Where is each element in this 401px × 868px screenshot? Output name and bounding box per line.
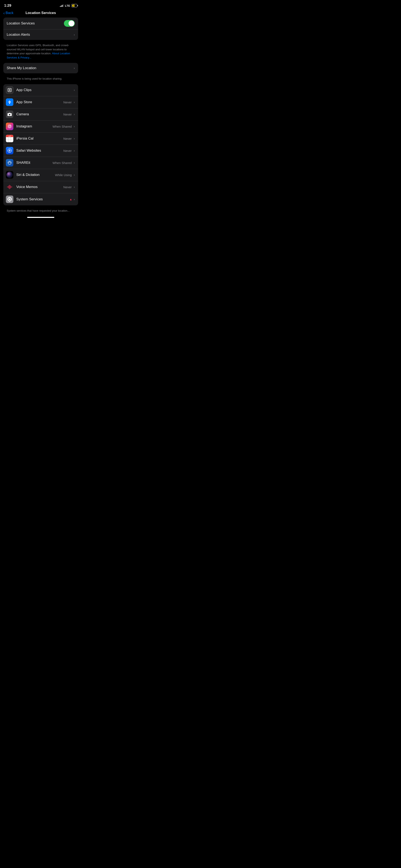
share-location-right: › xyxy=(74,66,75,70)
camera-icon xyxy=(6,111,13,118)
appstore-status: Never xyxy=(63,100,72,104)
instagram-status: When Shared xyxy=(53,125,72,128)
shareit-right: When Shared › xyxy=(53,161,75,165)
svg-rect-2 xyxy=(9,102,10,104)
svg-point-14 xyxy=(10,162,11,163)
svg-rect-0 xyxy=(8,88,11,92)
shareit-svg-icon xyxy=(7,160,12,165)
voicememos-chevron-icon: › xyxy=(74,185,75,189)
appclips-icon xyxy=(6,86,13,94)
camera-status: Never xyxy=(63,113,72,116)
battery-icon: 69 xyxy=(71,4,77,7)
siri-chevron-icon: › xyxy=(74,173,75,177)
app-name-ipersia: iPersia Cal xyxy=(16,136,60,141)
ipersia-status: Never xyxy=(63,137,72,141)
share-location-caption-text: This iPhone is being used for location s… xyxy=(7,77,62,80)
appclips-chevron-icon: › xyxy=(74,88,75,92)
voicememos-icon xyxy=(6,183,13,191)
location-alerts-chevron-icon: › xyxy=(74,33,75,36)
siri-ball xyxy=(6,172,13,178)
app-row-instagram[interactable]: Instagram When Shared › xyxy=(3,121,78,133)
safari-svg-icon xyxy=(7,148,12,153)
share-location-chevron-icon: › xyxy=(74,66,75,70)
app-row-voicememos[interactable]: Voice Memos Never › xyxy=(3,181,78,193)
page-title: Location Services xyxy=(26,11,56,15)
appclips-svg-icon xyxy=(7,88,12,92)
camera-right: Never › xyxy=(63,113,75,116)
battery-group: 69 xyxy=(71,4,77,7)
app-name-voicememos: Voice Memos xyxy=(16,185,60,189)
instagram-svg-icon xyxy=(7,124,12,128)
signal-bar-4 xyxy=(63,4,64,7)
app-row-appstore[interactable]: App Store Never › xyxy=(3,96,78,108)
app-row-camera[interactable]: Camera Never › xyxy=(3,108,78,121)
share-my-location-row[interactable]: Share My Location › xyxy=(3,63,78,73)
svg-point-1 xyxy=(9,89,10,91)
svg-line-17 xyxy=(10,162,10,162)
safari-icon xyxy=(6,147,13,154)
ipersia-top-bar: اردو xyxy=(6,135,13,137)
home-indicator xyxy=(27,217,54,218)
back-chevron-icon: ‹ xyxy=(3,11,5,15)
svg-line-16 xyxy=(9,162,9,162)
appclips-right: › xyxy=(74,88,75,92)
signal-bar-2 xyxy=(61,5,62,7)
appstore-chevron-icon: › xyxy=(74,100,75,104)
location-services-card: Location Services Location Alerts › xyxy=(3,18,78,40)
signal-bars-icon xyxy=(60,4,64,7)
location-pin-icon: ▴ xyxy=(70,197,72,201)
systemservices-svg-icon xyxy=(7,197,12,202)
app-name-camera: Camera xyxy=(16,112,60,116)
app-name-systemservices: System Services xyxy=(16,197,67,202)
app-name-shareit: SHAREit xyxy=(16,161,50,165)
share-my-location-label: Share My Location xyxy=(7,66,36,70)
voicememos-right: Never › xyxy=(63,185,75,189)
share-my-location-card: Share My Location › xyxy=(3,63,78,73)
systemservices-right: ▴ › xyxy=(70,197,75,201)
app-row-ipersia[interactable]: اردو iPersia Cal Never › xyxy=(3,133,78,145)
app-name-instagram: Instagram xyxy=(16,124,50,128)
systemservices-chevron-icon: › xyxy=(74,197,75,201)
location-services-toggle[interactable] xyxy=(64,20,75,27)
app-row-shareit[interactable]: SHAREit When Shared › xyxy=(3,157,78,169)
location-alerts-label: Location Alerts xyxy=(7,33,30,37)
battery-percent: 69 xyxy=(73,5,75,7)
location-services-label: Location Services xyxy=(7,21,35,26)
safari-status: Never xyxy=(63,149,72,153)
app-row-systemservices[interactable]: System Services ▴ › xyxy=(3,193,78,205)
app-row-safari[interactable]: Safari Websites Never › xyxy=(3,145,78,157)
instagram-chevron-icon: › xyxy=(74,125,75,128)
toggle-knob xyxy=(68,21,74,26)
siri-icon xyxy=(6,171,13,179)
siri-right: While Using › xyxy=(55,173,75,177)
svg-point-6 xyxy=(10,125,11,126)
appstore-right: Never › xyxy=(63,100,75,104)
voicememos-svg-icon xyxy=(7,184,12,190)
svg-point-3 xyxy=(9,114,10,115)
ipersia-icon: اردو xyxy=(6,135,13,142)
camera-svg-icon xyxy=(7,113,12,116)
safari-chevron-icon: › xyxy=(74,149,75,152)
status-time: 1:29 xyxy=(4,4,11,8)
back-button[interactable]: ‹ Back xyxy=(3,11,13,15)
app-row-appclips[interactable]: App Clips › xyxy=(3,84,78,96)
app-row-siri[interactable]: Siri & Dictation While Using › xyxy=(3,169,78,181)
location-alerts-row[interactable]: Location Alerts › xyxy=(3,29,78,40)
location-services-row[interactable]: Location Services xyxy=(3,18,78,29)
app-list-card: App Clips › App Store Never › xyxy=(3,84,78,205)
ipersia-chevron-icon: › xyxy=(74,137,75,140)
app-name-safari: Safari Websites xyxy=(16,149,60,153)
location-alerts-right: › xyxy=(74,33,75,36)
shareit-icon xyxy=(6,159,13,166)
lte-label: LTE xyxy=(65,4,70,7)
ipersia-grid xyxy=(6,137,13,142)
siri-glow xyxy=(7,172,10,175)
share-location-caption: This iPhone is being used for location s… xyxy=(3,75,78,84)
voicememos-status: Never xyxy=(63,185,72,189)
shareit-chevron-icon: › xyxy=(74,161,75,164)
signal-bar-1 xyxy=(60,6,61,7)
ipersia-right: Never › xyxy=(63,137,75,141)
svg-point-5 xyxy=(9,126,10,127)
status-right: LTE 69 xyxy=(60,4,77,7)
bottom-caption-text: System services that have requested your… xyxy=(7,209,69,212)
